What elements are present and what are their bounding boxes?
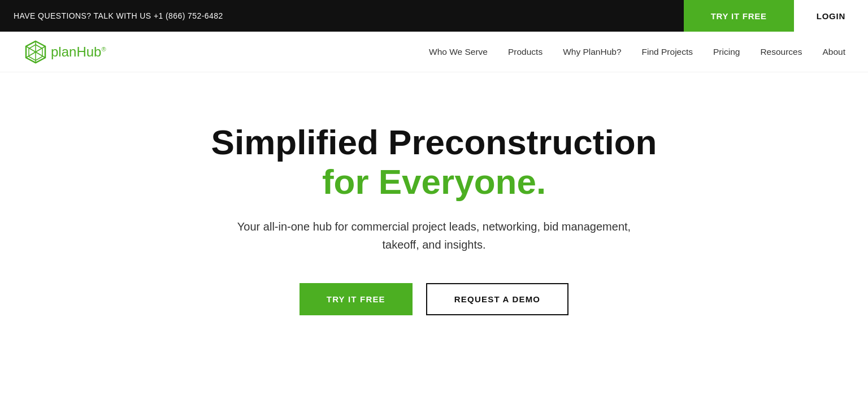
top-try-free-button[interactable]: TRY IT FREE [684,0,794,32]
logo-text: planHub® [51,44,106,60]
logo-accent: Hub [76,44,101,59]
nav-link-why-planhub[interactable]: Why PlanHub? [563,47,621,57]
nav-item-products[interactable]: Products [508,47,542,57]
nav-link-products[interactable]: Products [508,47,542,57]
logo-icon [23,39,49,65]
hero-title-line1: Simplified Preconstruction [211,123,657,162]
nav-item-why-planhub[interactable]: Why PlanHub? [563,47,621,57]
top-bar: HAVE QUESTIONS? TALK WITH US +1 (866) 75… [0,0,868,32]
navbar: planHub® Who We Serve Products Why PlanH… [0,32,868,72]
nav-item-who-we-serve[interactable]: Who We Serve [429,47,488,57]
nav-item-about[interactable]: About [822,47,845,57]
top-login-button[interactable]: LOGIN [794,0,868,32]
contact-info: HAVE QUESTIONS? TALK WITH US +1 (866) 75… [14,11,223,20]
logo-plain: plan [51,44,76,59]
nav-link-resources[interactable]: Resources [760,47,802,57]
hero-buttons: TRY IT FREE REQUEST A DEMO [300,283,568,315]
top-bar-actions: TRY IT FREE LOGIN [684,0,868,32]
nav-item-pricing[interactable]: Pricing [713,47,740,57]
nav-link-pricing[interactable]: Pricing [713,47,740,57]
hero-request-demo-button[interactable]: REQUEST A DEMO [426,283,568,315]
nav-item-resources[interactable]: Resources [760,47,802,57]
nav-link-about[interactable]: About [822,47,845,57]
hero-title-line2: for Everyone. [322,162,546,202]
nav-link-find-projects[interactable]: Find Projects [642,47,693,57]
hero-subtitle: Your all-in-one hub for commercial proje… [231,218,637,254]
nav-link-who-we-serve[interactable]: Who We Serve [429,47,488,57]
logo-trademark: ® [101,46,106,53]
hero-section: Simplified Preconstruction for Everyone.… [0,72,868,360]
nav-links: Who We Serve Products Why PlanHub? Find … [429,47,845,57]
hero-try-free-button[interactable]: TRY IT FREE [300,283,413,315]
logo-link[interactable]: planHub® [23,39,106,65]
nav-item-find-projects[interactable]: Find Projects [642,47,693,57]
